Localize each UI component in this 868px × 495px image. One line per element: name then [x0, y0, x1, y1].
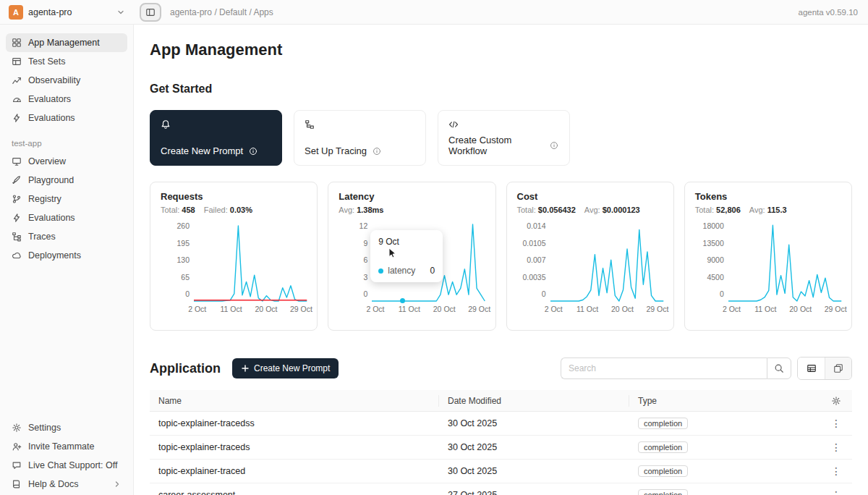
- type-badge: completion: [638, 441, 688, 453]
- metric-title: Cost: [517, 191, 663, 202]
- metric-title: Latency: [339, 191, 485, 202]
- sidebar-item-invite-teammate[interactable]: Invite Teammate: [6, 437, 127, 456]
- view-toggle: [797, 357, 852, 380]
- stat-value: $0.056432: [538, 206, 576, 214]
- y-axis-labels: 129630: [339, 221, 367, 298]
- set-up-tracing-card[interactable]: Set Up Tracing: [294, 110, 426, 166]
- column-header-date-modified[interactable]: Date Modified: [439, 395, 629, 407]
- sidebar-item-app-management[interactable]: App Management: [6, 33, 127, 52]
- sidebar-item-settings[interactable]: Settings: [6, 418, 127, 437]
- sidebar-item-label: Live Chat Support: Off: [28, 460, 117, 470]
- sidebar-item-help-docs[interactable]: Help & Docs: [6, 475, 127, 494]
- metric-title: Tokens: [695, 191, 841, 202]
- book-icon: [12, 479, 22, 489]
- cloud-icon: [12, 250, 22, 261]
- sidebar-item-test-sets[interactable]: Test Sets: [6, 52, 127, 71]
- metric-stats: Total: 458 Failed: 0.03%: [161, 206, 307, 214]
- create-custom-workflow-card[interactable]: Create Custom Workflow: [438, 110, 570, 166]
- app-name: career-assessment: [150, 490, 439, 495]
- sidebar-item-label: Evaluations: [28, 213, 75, 223]
- sidebar-toggle-button[interactable]: [140, 3, 161, 22]
- sidebar-item-evaluations-app[interactable]: Evaluations: [6, 208, 127, 227]
- chat-icon: [12, 460, 22, 470]
- table-row[interactable]: topic-explainer-traced 30 Oct 2025 compl…: [150, 460, 852, 483]
- sidebar-item-label: Registry: [28, 194, 61, 204]
- tooltip-row: latency 0: [378, 266, 435, 276]
- app-name: topic-explainer-tracedss: [150, 418, 439, 428]
- hover-point-dot: [400, 298, 405, 303]
- gauge-icon: [12, 94, 22, 104]
- workspace-selector[interactable]: A agenta-pro: [0, 5, 134, 20]
- monitor-icon: [12, 156, 22, 166]
- x-axis-labels: 2 Oct11 Oct20 Oct29 Oct: [550, 305, 663, 316]
- sidebar-item-deployments[interactable]: Deployments: [6, 246, 127, 265]
- rocket-icon: [12, 175, 22, 185]
- info-icon[interactable]: [249, 147, 258, 156]
- metric-title: Requests: [161, 191, 307, 202]
- column-header-type[interactable]: Type: [629, 396, 820, 406]
- grid-icon: [12, 38, 22, 48]
- create-new-prompt-card[interactable]: Create New Prompt: [150, 110, 282, 166]
- sidebar-item-evaluations[interactable]: Evaluations: [6, 109, 127, 127]
- topbar: A agenta-pro agenta-pro / Default / Apps…: [0, 0, 868, 25]
- info-icon[interactable]: [550, 141, 559, 150]
- cursor-icon: [388, 248, 398, 258]
- sidebar-item-label: Test Sets: [28, 56, 65, 67]
- lightning-icon: [12, 213, 22, 223]
- cost-chart[interactable]: 0.0140.01050.0070.00350 2 Oct11 Oct20 Oc…: [517, 224, 663, 316]
- page-title: App Management: [150, 41, 852, 59]
- tracing-icon: [305, 119, 415, 130]
- sidebar-item-label: App Management: [28, 38, 100, 48]
- sidebar-item-label: Evaluations: [28, 113, 75, 123]
- table-row[interactable]: career-assessment 27 Oct 2025 completion…: [150, 483, 852, 495]
- breadcrumb[interactable]: agenta-pro / Default / Apps: [170, 7, 273, 17]
- plus-icon: [241, 364, 250, 373]
- info-icon[interactable]: [373, 147, 382, 156]
- stat-value: 0.03%: [230, 206, 252, 214]
- sidebar-item-live-chat-support[interactable]: Live Chat Support: Off: [6, 456, 127, 475]
- sidebar-item-observability[interactable]: Observability: [6, 71, 127, 90]
- sidebar-item-label: Traces: [28, 232, 56, 242]
- sidebar-item-registry[interactable]: Registry: [6, 190, 127, 208]
- table-settings-icon[interactable]: [831, 396, 841, 406]
- workspace-avatar: A: [9, 5, 23, 20]
- metric-stats: Total: $0.056432 Avg: $0.000123: [517, 206, 663, 214]
- more-actions-icon[interactable]: ⋮: [828, 418, 844, 429]
- branch-icon: [12, 194, 22, 204]
- table-row[interactable]: topic-explainer-traceds 30 Oct 2025 comp…: [150, 436, 852, 460]
- sidebar-item-traces[interactable]: Traces: [6, 227, 127, 246]
- tokens-chart[interactable]: 1800013500900045000 2 Oct11 Oct20 Oct29 …: [695, 224, 841, 316]
- chevron-down-icon: [116, 8, 125, 17]
- more-actions-icon[interactable]: ⋮: [828, 441, 844, 453]
- column-header-name[interactable]: Name: [150, 395, 439, 407]
- sidebar-item-evaluators[interactable]: Evaluators: [6, 90, 127, 109]
- create-new-prompt-button[interactable]: Create New Prompt: [232, 358, 339, 378]
- stat-value: 115.3: [767, 206, 787, 214]
- workspace-name: agenta-pro: [28, 7, 72, 17]
- more-actions-icon[interactable]: ⋮: [828, 489, 844, 495]
- tooltip-series-label: latency: [388, 266, 415, 276]
- sidebar: App Management Test Sets Observability E…: [0, 25, 134, 495]
- card-view-icon: [833, 363, 843, 373]
- table-row[interactable]: topic-explainer-tracedss 30 Oct 2025 com…: [150, 412, 852, 436]
- metric-card-latency: Latency Avg: 1.38ms 129630 2 Oct11 Oct20…: [328, 182, 495, 331]
- card-view-button[interactable]: [825, 358, 851, 379]
- flow-icon: [12, 232, 22, 242]
- sidebar-item-playground[interactable]: Playground: [6, 171, 127, 190]
- y-axis-labels: 1800013500900045000: [695, 221, 724, 298]
- stat-label: Total:: [517, 206, 536, 214]
- stat-label: Failed:: [204, 206, 228, 214]
- trend-icon: [12, 75, 22, 85]
- sidebar-item-label: Playground: [28, 175, 74, 185]
- search-input[interactable]: [561, 358, 767, 379]
- table-view-button[interactable]: [798, 358, 825, 379]
- version-label: agenta v0.59.10: [799, 8, 859, 17]
- search-button[interactable]: [767, 358, 791, 379]
- sidebar-item-label: Settings: [28, 423, 61, 433]
- requests-chart[interactable]: 260195130650 2 Oct11 Oct20 Oct29 Oct: [161, 224, 307, 316]
- stat-label: Avg:: [749, 206, 765, 214]
- table-header: Name Date Modified Type: [150, 390, 852, 412]
- sidebar-item-overview[interactable]: Overview: [6, 152, 127, 171]
- stat-value: 52,806: [716, 206, 741, 214]
- more-actions-icon[interactable]: ⋮: [828, 465, 844, 477]
